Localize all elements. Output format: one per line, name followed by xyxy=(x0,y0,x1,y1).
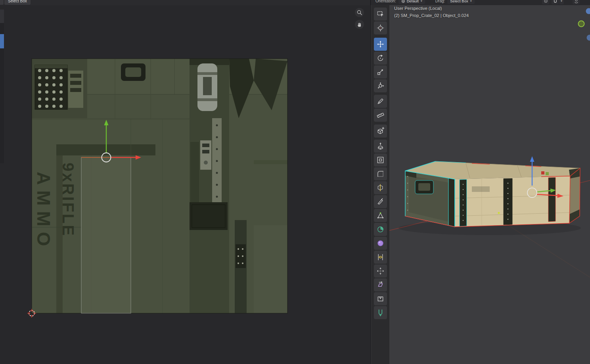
scale-icon xyxy=(376,68,385,76)
axis-gizmo[interactable] xyxy=(579,8,590,41)
viewport-3d[interactable]: User Perspective (Local) (2) SM_Prop_Cra… xyxy=(371,0,590,364)
chevron-down-icon: ▾ xyxy=(470,0,472,3)
uv-selection[interactable] xyxy=(81,157,131,313)
shear-icon xyxy=(376,281,385,289)
uv-drag-tool-dropdown[interactable]: Select Box xyxy=(4,0,31,5)
chevron-down-icon: ▾ xyxy=(421,0,422,3)
crate-mesh[interactable] xyxy=(405,161,580,227)
magnet-icon xyxy=(553,0,557,3)
tool-scale-button[interactable] xyxy=(374,65,387,79)
drag-label: Drag: xyxy=(435,0,445,3)
tool-poly-build-button[interactable] xyxy=(374,209,387,222)
smooth-icon xyxy=(376,239,385,247)
edge-slide-icon xyxy=(376,253,385,261)
drag-value: Select Box xyxy=(450,0,468,3)
orientation-label: Orientation: xyxy=(375,0,396,3)
overlays-button[interactable] xyxy=(573,0,580,4)
viewport-header: Orientation: Default ▾ Drag: Select Box … xyxy=(371,0,590,5)
inset-faces-icon xyxy=(376,156,385,164)
tool-edge-slide-button[interactable] xyxy=(374,251,387,264)
snap-options-dropdown[interactable]: ▾ xyxy=(559,0,564,4)
hand-icon xyxy=(356,21,362,27)
bevel-icon xyxy=(376,170,385,178)
uv-header-button-fragment[interactable] xyxy=(0,0,4,5)
origin-marker-green xyxy=(546,172,549,175)
viewport-scene xyxy=(371,0,590,364)
rip-edge-icon xyxy=(376,308,385,317)
move-icon xyxy=(376,40,385,48)
tool-move-button[interactable] xyxy=(374,38,387,51)
tool-extrude-region-button[interactable] xyxy=(374,140,387,153)
chevron-down-icon: ▾ xyxy=(561,0,562,3)
tool-annotate-button[interactable] xyxy=(374,95,387,108)
tool-rotate-button[interactable] xyxy=(374,52,387,65)
spin-icon xyxy=(376,225,385,234)
uv-toolbar-edge xyxy=(0,10,4,163)
uv-active-move-tool-fragment[interactable] xyxy=(0,34,4,48)
uv-drag-tool-label: Select Box xyxy=(8,0,27,3)
blender-window: 9xRIFLE AMMO xyxy=(0,0,590,364)
uv-canvas[interactable]: 9xRIFLE AMMO xyxy=(0,0,371,364)
tool-bevel-button[interactable] xyxy=(374,167,387,180)
loop-cut-icon xyxy=(376,184,385,192)
transform-icon xyxy=(376,82,385,90)
annotate-icon xyxy=(376,97,385,105)
uv-navigation-gizmos xyxy=(355,8,364,29)
tool-rip-region-button[interactable] xyxy=(374,292,387,305)
proportional-editing-button[interactable] xyxy=(542,0,549,4)
crate-texture-image: 9xRIFLE AMMO xyxy=(27,59,287,318)
rip-region-icon xyxy=(376,295,385,303)
zoom-button[interactable] xyxy=(355,8,364,17)
origin-marker-red xyxy=(541,171,544,174)
overlays-icon xyxy=(574,0,579,3)
viewport-toolbar xyxy=(371,5,389,364)
tool-transform-button[interactable] xyxy=(374,79,387,92)
orientation-value: Default xyxy=(407,0,419,3)
tool-shear-button[interactable] xyxy=(374,278,387,291)
viewport-perspective-label: User Perspective (Local) xyxy=(394,5,469,12)
tool-add-cube-button[interactable] xyxy=(374,125,387,138)
tool-rip-edge-button[interactable] xyxy=(374,306,387,319)
tool-spin-button[interactable] xyxy=(374,223,387,236)
measure-icon xyxy=(376,111,385,119)
shrink-fatten-icon xyxy=(376,267,385,275)
stencil-ammo-text: AMMO xyxy=(33,172,54,252)
tool-select-box-button[interactable] xyxy=(374,8,387,21)
uv-editor-header: Select Box xyxy=(0,0,370,5)
tool-smooth-button[interactable] xyxy=(374,237,387,250)
tool-cursor-button[interactable] xyxy=(374,21,387,34)
drag-dropdown[interactable]: Select Box ▾ xyxy=(447,0,474,4)
orientation-dropdown[interactable]: Default ▾ xyxy=(398,0,425,4)
cursor-icon xyxy=(376,24,385,32)
poly-build-icon xyxy=(376,211,385,220)
tool-measure-button[interactable] xyxy=(374,109,387,122)
viewport-object-label: (2) SM_Prop_Crate_02 | Object_0.024 xyxy=(394,12,469,19)
viewport-info-overlay: User Perspective (Local) (2) SM_Prop_Cra… xyxy=(394,5,469,19)
proportional-editing-icon xyxy=(544,0,548,3)
extrude-region-icon xyxy=(376,142,385,150)
knife-icon xyxy=(376,197,385,206)
vertex-marker xyxy=(498,212,500,214)
tool-knife-button[interactable] xyxy=(374,195,387,208)
add-cube-icon xyxy=(376,127,385,135)
uv-editor: 9xRIFLE AMMO xyxy=(0,0,371,364)
stencil-rifle-text: 9xRIFLE xyxy=(59,163,77,237)
globe-icon xyxy=(401,0,405,3)
zoom-icon xyxy=(356,10,362,15)
tool-inset-faces-button[interactable] xyxy=(374,153,387,167)
rotate-icon xyxy=(376,54,385,62)
tool-shrink-fatten-button[interactable] xyxy=(374,264,387,278)
pan-button[interactable] xyxy=(355,20,364,29)
tool-loop-cut-button[interactable] xyxy=(374,181,387,194)
select-box-icon xyxy=(376,10,385,18)
uv-toolbar-buttons-fragment[interactable] xyxy=(0,10,4,23)
snap-toggle-button[interactable] xyxy=(552,0,559,4)
